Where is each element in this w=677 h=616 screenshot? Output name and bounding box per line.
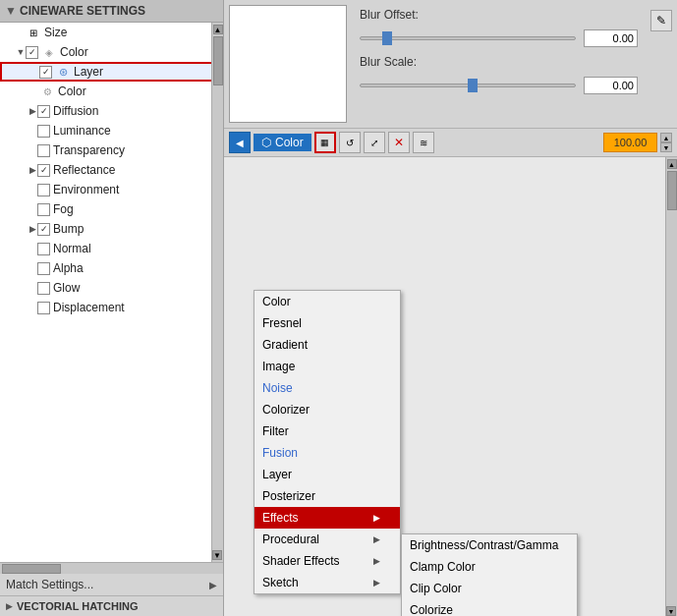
shader-type-icon: ▦: [320, 138, 329, 147]
dropdown-item-colorizer[interactable]: Colorizer: [254, 399, 400, 420]
submenu-clamp-label: Clamp Color: [410, 560, 476, 574]
panel-header: ▼ CINEWARE SETTINGS: [0, 0, 223, 23]
expand-icon-bump: ▶: [28, 224, 37, 234]
tree-item-environment[interactable]: Environment: [0, 180, 223, 199]
right-scroll-down-btn[interactable]: ▼: [666, 606, 676, 616]
tree-item-fog[interactable]: Fog: [0, 199, 223, 219]
dropdown-item-effects-label: Effects: [262, 511, 298, 525]
expand-icon-environment: [28, 185, 37, 195]
dropdown-item-fresnel[interactable]: Fresnel: [254, 312, 400, 334]
slider-thumb-scale[interactable]: [468, 79, 478, 92]
tree-item-reflectance[interactable]: ▶ Reflectance: [0, 160, 223, 180]
checkbox-layer[interactable]: [39, 66, 52, 79]
dropdown-item-sketch[interactable]: Sketch ▶: [254, 572, 400, 593]
shader-type-dropdown: Color Fresnel Gradient Image Noise: [254, 290, 401, 594]
tree-label-size: Size: [44, 26, 67, 39]
channel-down-btn[interactable]: ▼: [660, 142, 672, 152]
checkbox-color[interactable]: [26, 46, 38, 59]
tree-item-glow[interactable]: Glow: [0, 278, 223, 298]
edit-icon: ✎: [656, 14, 666, 28]
right-scroll-thumb[interactable]: [667, 171, 677, 210]
channel-up-btn[interactable]: ▲: [660, 133, 672, 142]
dropdown-item-image-label: Image: [262, 360, 295, 373]
tree-item-bump[interactable]: ▶ Bump: [0, 219, 223, 239]
checkbox-displacement[interactable]: [37, 302, 50, 314]
right-panel: Blur Offset: Blur Scale:: [224, 0, 677, 616]
tree-item-luminance[interactable]: Luminance: [0, 121, 223, 140]
toolbar-delete-btn[interactable]: ✕: [388, 132, 410, 153]
dropdown-item-filter[interactable]: Filter: [254, 420, 400, 442]
dropdown-item-shader-effects[interactable]: Shader Effects ▶: [254, 550, 400, 572]
expand-icon-luminance: [28, 126, 37, 136]
edit-button[interactable]: ✎: [650, 10, 672, 31]
checkbox-bump[interactable]: [37, 223, 50, 236]
checkbox-reflectance[interactable]: [37, 164, 50, 177]
tree-item-layer[interactable]: ⊛ Layer: [0, 62, 223, 82]
dropdown-item-gradient[interactable]: Gradient: [254, 334, 400, 356]
right-scroll-up-btn[interactable]: ▲: [667, 159, 677, 169]
shader-toolbar-row: ◀ ⬡ Color ▦ ↺ ⤢ ✕ ≋: [224, 128, 677, 157]
tree-vscrollbar[interactable]: ▲ ▼: [211, 23, 223, 562]
tree-item-color2[interactable]: ⚙ Color: [0, 82, 223, 101]
expand-icon-displacement: [28, 303, 37, 312]
checkbox-transparency[interactable]: [37, 144, 50, 157]
dropdown-menu: Color Fresnel Gradient Image Noise: [254, 290, 401, 594]
match-settings-row[interactable]: Match Settings... ▶: [0, 574, 223, 596]
checkbox-alpha[interactable]: [37, 262, 50, 275]
checkbox-fog[interactable]: [37, 203, 50, 216]
dropdown-item-fusion[interactable]: Fusion: [254, 442, 400, 464]
tree-label-fog: Fog: [53, 202, 74, 216]
dropdown-item-shader-effects-label: Shader Effects: [262, 554, 340, 568]
h-scrollbar[interactable]: [0, 562, 223, 574]
checkbox-normal[interactable]: [37, 243, 50, 255]
scroll-up-btn[interactable]: ▲: [213, 25, 223, 34]
channel-value-input[interactable]: [603, 133, 657, 152]
checkbox-luminance[interactable]: [37, 125, 50, 138]
dropdown-item-posterizer[interactable]: Posterizer: [254, 485, 400, 507]
tree-item-color[interactable]: ▼ ◈ Color: [0, 42, 223, 62]
dropdown-item-procedural[interactable]: Procedural ▶: [254, 529, 400, 550]
h-scroll-thumb[interactable]: [2, 564, 61, 574]
tree-item-displacement[interactable]: Displacement: [0, 298, 223, 317]
shader-left-btn[interactable]: ◀: [229, 132, 251, 153]
checkbox-environment[interactable]: [37, 184, 50, 196]
dropdown-item-noise[interactable]: Noise: [254, 377, 400, 399]
toolbar-reset-btn[interactable]: ↺: [339, 132, 361, 153]
checkbox-glow[interactable]: [37, 282, 50, 295]
tree-item-diffusion[interactable]: ▶ Diffusion: [0, 101, 223, 121]
dropdown-item-sketch-label: Sketch: [262, 576, 299, 589]
dropdown-item-colorizer-label: Colorizer: [262, 403, 310, 417]
scroll-down-btn[interactable]: ▼: [212, 550, 222, 560]
scroll-thumb[interactable]: [213, 36, 223, 85]
collapse-icon[interactable]: ▼: [6, 6, 16, 16]
shader-type-btn[interactable]: ▦: [314, 132, 336, 153]
toolbar-menu-btn[interactable]: ≋: [413, 132, 434, 153]
submenu-item-colorize[interactable]: Colorize: [402, 599, 577, 616]
dropdown-item-layer[interactable]: Layer: [254, 464, 400, 485]
toolbar-copy-btn[interactable]: ⤢: [364, 132, 385, 153]
vectorial-section[interactable]: ▶ VECTORIAL HATCHING: [0, 596, 223, 616]
dropdown-item-effects[interactable]: Effects ▶: [254, 507, 400, 529]
dropdown-item-image[interactable]: Image: [254, 356, 400, 377]
submenu-item-brightness[interactable]: Brightness/Contrast/Gamma: [402, 534, 577, 556]
slider-track-offset: [360, 36, 576, 40]
tree-item-normal[interactable]: Normal: [0, 239, 223, 258]
checkbox-diffusion[interactable]: [37, 105, 50, 118]
right-vscrollbar[interactable]: ▲ ▼: [665, 157, 677, 616]
submenu-item-clip-color[interactable]: Clip Color: [402, 578, 577, 599]
slider-thumb-offset[interactable]: [382, 31, 392, 45]
dropdown-item-color-label: Color: [262, 295, 291, 308]
blur-offset-slider[interactable]: [360, 36, 576, 40]
blur-offset-input[interactable]: [584, 29, 638, 47]
tree-item-transparency[interactable]: Transparency: [0, 140, 223, 160]
dropdown-item-color[interactable]: Color: [254, 291, 400, 312]
expand-icon-glow: [28, 283, 37, 293]
blur-offset-slider-row: [360, 29, 638, 47]
tree-item-size[interactable]: ⊞ Size: [0, 23, 223, 42]
procedural-arrow-icon: ▶: [373, 534, 380, 544]
blur-offset-label: Blur Offset:: [360, 8, 428, 22]
blur-scale-slider[interactable]: [360, 84, 576, 87]
blur-scale-input[interactable]: [584, 77, 638, 94]
submenu-item-clamp-color[interactable]: Clamp Color: [402, 556, 577, 578]
tree-item-alpha[interactable]: Alpha: [0, 258, 223, 278]
